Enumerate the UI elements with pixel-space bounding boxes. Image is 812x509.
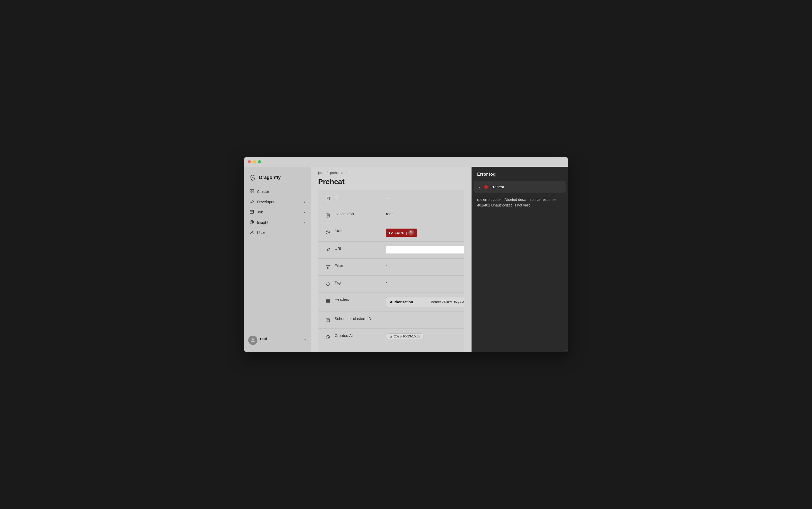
status-icon (324, 229, 331, 236)
failure-search-icon[interactable]: 🔍 (408, 230, 414, 236)
error-item-header[interactable]: ∨ Preheat (474, 181, 566, 193)
detail-row-id: ID 1 (318, 190, 464, 207)
scheduler-value: 1 (386, 316, 458, 321)
job-chevron: ∨ (303, 210, 306, 214)
scheduler-icon (324, 317, 331, 324)
logo[interactable]: Dragonfly (244, 171, 311, 186)
insight-chevron: ∨ (303, 220, 306, 224)
user-sub: - (260, 341, 267, 344)
error-log-panel: Error log ∨ Preheat rpc error: code = Ab… (472, 167, 568, 352)
job-icon (249, 209, 254, 214)
logo-text: Dragonfly (259, 175, 281, 180)
sidebar-item-insight[interactable]: Insight ∨ (246, 217, 309, 227)
clock-icon (389, 335, 393, 338)
detail-row-filter: Filter - (318, 259, 464, 276)
url-label: URL (334, 246, 386, 251)
detail-card: ID 1 Description root (318, 190, 464, 352)
detail-row-created-at: Created At 2023-10-23-15:33 (318, 329, 464, 345)
description-label: Description (334, 212, 386, 216)
created-at-label: Created At (334, 333, 386, 338)
detail-row-url: URL (318, 242, 464, 259)
user-label: User (257, 230, 265, 235)
sidebar-item-developer[interactable]: Developer ∨ (246, 197, 309, 207)
insight-label: Insight (257, 220, 268, 225)
svg-rect-21 (326, 300, 330, 300)
headers-key: Authorization (390, 300, 431, 304)
user-name: root (260, 337, 267, 341)
main-content: jobs / preheats / 1 Preheat (311, 167, 472, 352)
breadcrumb-sep-2: / (346, 171, 347, 175)
breadcrumb-current: 1 (349, 171, 351, 175)
logo-icon (249, 174, 256, 181)
svg-point-9 (251, 231, 253, 232)
svg-rect-1 (252, 190, 254, 191)
detail-row-status: Status FAILURE | 🔍 (318, 224, 464, 242)
id-icon (324, 195, 331, 202)
error-item-label: Preheat (491, 185, 504, 189)
error-dot-icon (484, 185, 488, 189)
breadcrumb: jobs / preheats / 1 (311, 167, 472, 177)
svg-point-19 (327, 232, 329, 233)
breadcrumb-preheats[interactable]: preheats (330, 171, 343, 175)
tag-icon (324, 280, 331, 287)
cluster-icon (249, 189, 254, 194)
id-value: 1 (386, 195, 458, 199)
error-log-title: Error log (472, 167, 568, 181)
detail-row-description: Description root (318, 207, 464, 224)
filter-icon (324, 264, 331, 271)
job-label: Job (257, 210, 263, 214)
created-at-value: 2023-10-23-15:33 (386, 333, 458, 339)
user-switcher[interactable]: ⇅ (304, 338, 307, 342)
headers-label: Headers (334, 297, 386, 302)
titlebar (244, 157, 568, 167)
app-window: Dragonfly Cluster (244, 157, 568, 352)
insight-icon (249, 219, 254, 225)
description-icon (324, 212, 331, 219)
sidebar-item-cluster[interactable]: Cluster (246, 186, 309, 197)
svg-rect-0 (250, 190, 252, 191)
developer-label: Developer (257, 200, 274, 204)
status-label: Status (334, 229, 386, 233)
filter-label: Filter (334, 263, 386, 268)
window-body: Dragonfly Cluster (244, 167, 568, 352)
avatar (248, 336, 258, 345)
detail-row-scheduler: Scheduler clusters ID 1 (318, 312, 464, 329)
headers-value: Authorization Bearer ZDkxMDMyYWU0 (386, 297, 464, 307)
headers-row: Authorization Bearer ZDkxMDMyYWU0 (386, 297, 464, 307)
sidebar-item-job[interactable]: Job ∨ (246, 207, 309, 217)
breadcrumb-jobs[interactable]: jobs (318, 171, 324, 175)
filter-value: - (386, 263, 458, 268)
svg-point-6 (250, 220, 254, 224)
failure-badge[interactable]: FAILURE | 🔍 (386, 229, 417, 237)
breadcrumb-sep-1: / (327, 171, 328, 175)
user-icon (249, 230, 254, 235)
svg-rect-23 (326, 302, 330, 303)
timestamp-badge: 2023-10-23-15:33 (386, 333, 424, 339)
sidebar: Dragonfly Cluster (244, 167, 311, 352)
url-value (386, 246, 464, 253)
sidebar-footer: root - ⇅ (244, 333, 311, 348)
description-value: root (386, 212, 458, 216)
tag-label: Tag (334, 280, 386, 284)
page-title: Preheat (311, 177, 472, 190)
url-bar (386, 246, 464, 253)
svg-rect-22 (326, 301, 330, 302)
id-label: ID (334, 195, 386, 199)
url-icon (324, 246, 331, 254)
svg-rect-3 (252, 192, 254, 193)
developer-icon (249, 199, 254, 204)
timestamp-text: 2023-10-23-15:33 (394, 334, 420, 338)
svg-rect-2 (250, 192, 252, 193)
failure-sep: | (406, 231, 407, 235)
error-chevron-icon: ∨ (478, 185, 481, 189)
detail-row-tag: Tag - (318, 276, 464, 293)
sidebar-navigation: Cluster Developer ∨ (244, 186, 311, 333)
headers-table: Authorization Bearer ZDkxMDMyYWU0 (386, 297, 464, 307)
svg-point-10 (252, 338, 254, 340)
sidebar-item-user[interactable]: User (246, 227, 309, 238)
close-button[interactable] (248, 160, 251, 163)
headers-val: Bearer ZDkxMDMyYWU0 (431, 300, 464, 304)
status-value: FAILURE | 🔍 (386, 229, 458, 237)
maximize-button[interactable] (258, 160, 261, 163)
minimize-button[interactable] (253, 160, 256, 163)
